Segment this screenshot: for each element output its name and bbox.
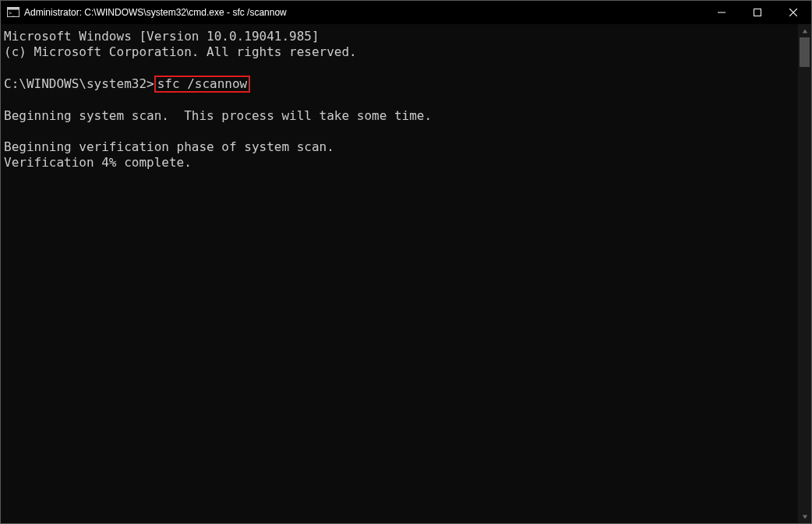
command-highlight: sfc /scannow (154, 76, 251, 93)
window-title: Administrator: C:\WINDOWS\system32\cmd.e… (24, 7, 287, 18)
scroll-thumb[interactable] (800, 37, 810, 67)
line-progress: Verification 4% complete. (4, 155, 192, 170)
client-area: Microsoft Windows [Version 10.0.19041.98… (1, 24, 811, 523)
prompt: C:\WINDOWS\system32> (4, 76, 154, 91)
svg-marker-8 (802, 515, 807, 519)
cmd-icon: >_ (7, 6, 19, 19)
scroll-up-button[interactable] (798, 24, 811, 37)
svg-marker-7 (802, 29, 807, 33)
svg-rect-4 (754, 9, 761, 16)
close-button[interactable] (775, 1, 811, 24)
scroll-track[interactable] (798, 37, 811, 510)
titlebar[interactable]: >_ Administrator: C:\WINDOWS\system32\cm… (1, 1, 811, 24)
line-begin-verify: Beginning verification phase of system s… (4, 139, 334, 154)
maximize-button[interactable] (740, 1, 775, 24)
minimize-button[interactable] (704, 1, 740, 24)
vertical-scrollbar[interactable] (798, 24, 811, 523)
scroll-down-button[interactable] (798, 510, 811, 523)
svg-text:>_: >_ (9, 10, 16, 16)
line-copyright: (c) Microsoft Corporation. All rights re… (4, 44, 357, 59)
terminal-output[interactable]: Microsoft Windows [Version 10.0.19041.98… (1, 24, 798, 523)
line-version: Microsoft Windows [Version 10.0.19041.98… (4, 29, 320, 44)
cmd-window: >_ Administrator: C:\WINDOWS\system32\cm… (0, 0, 812, 524)
line-begin-scan: Beginning system scan. This process will… (4, 108, 432, 123)
